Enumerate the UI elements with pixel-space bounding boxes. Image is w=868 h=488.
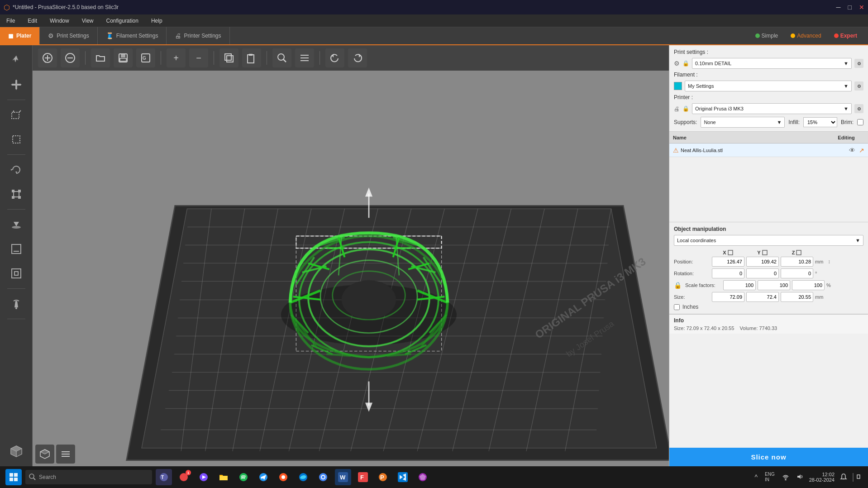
taskbar-vscode[interactable] [395, 469, 411, 485]
wifi-icon[interactable] [780, 473, 791, 482]
vp-export-gcode[interactable]: G [136, 48, 155, 67]
taskbar-explorer[interactable] [215, 469, 232, 485]
slice-button[interactable]: Slice now [669, 448, 868, 466]
inches-checkbox[interactable] [674, 304, 680, 310]
menu-window[interactable]: Window [47, 17, 72, 25]
taskbar-teams[interactable]: T [156, 469, 172, 485]
taskbar-app-gem[interactable] [415, 469, 431, 485]
system-clock[interactable]: 12:02 28-02-2024 [809, 472, 835, 483]
size-z[interactable] [781, 292, 813, 302]
svg-rect-128 [10, 473, 13, 477]
menu-help[interactable]: Help [148, 17, 165, 25]
move-tool[interactable] [5, 73, 28, 96]
mode-simple[interactable]: Simple [752, 32, 782, 40]
scale-lock-icon[interactable]: 🔒 [674, 282, 682, 289]
vp-arrange[interactable] [295, 48, 314, 67]
vp-remove-object[interactable] [61, 48, 80, 67]
scale-y[interactable] [758, 280, 790, 290]
filament-color-swatch[interactable] [674, 82, 682, 90]
clock-date: 28-02-2024 [809, 477, 835, 483]
taskbar-app-f[interactable]: F [355, 469, 371, 485]
taskbar-notifications[interactable]: 1 [176, 469, 192, 485]
rotate-tool[interactable] [5, 158, 28, 181]
print-settings-gear[interactable]: ⚙ [854, 59, 863, 68]
taskbar-chrome[interactable] [315, 469, 331, 485]
position-reset-icon[interactable]: ↕ [828, 258, 830, 265]
printer-settings-gear[interactable]: ⚙ [854, 104, 863, 113]
close-button[interactable]: ✕ [859, 4, 864, 11]
select-tool[interactable] [5, 49, 28, 72]
taskbar-word[interactable]: W [335, 469, 351, 485]
hollow-tool[interactable] [5, 262, 28, 285]
mode-advanced[interactable]: Advanced [787, 32, 825, 40]
show-desktop-icon[interactable] [853, 473, 863, 482]
print-profile-dropdown[interactable]: 0.10mm DETAIL ▼ [692, 58, 852, 69]
scale-tool[interactable] [5, 183, 28, 206]
menu-configuration[interactable]: Configuration [104, 17, 141, 25]
coordinates-dropdown[interactable]: Local coordinates ▼ [674, 235, 863, 246]
vp-add-part[interactable]: + [167, 48, 186, 67]
visibility-icon[interactable]: 👁 [849, 147, 855, 154]
rotation-x[interactable] [712, 268, 744, 278]
rotation-z[interactable] [781, 268, 813, 278]
view-3d-btn[interactable] [35, 445, 54, 464]
svg-point-142 [281, 475, 285, 479]
object-row[interactable]: ⚠ Neat Allis-Luulia.stl 👁 ↗ [669, 144, 868, 157]
filament-dropdown[interactable]: My Settings ▼ [685, 81, 852, 91]
mode-expert[interactable]: Expert [830, 32, 861, 40]
rotation-y[interactable] [746, 268, 779, 278]
viewport[interactable]: + [33, 45, 669, 466]
edit-icon[interactable]: ↗ [859, 147, 864, 154]
brim-checkbox[interactable] [857, 119, 863, 125]
view-cube-tool[interactable] [5, 440, 28, 463]
coord-arrow: ▼ [855, 238, 860, 243]
cut-tool[interactable] [5, 238, 28, 260]
minimize-button[interactable]: ─ [836, 4, 841, 11]
tab-plater[interactable]: ◼ Plater [0, 27, 40, 44]
start-button[interactable] [5, 469, 22, 485]
vp-add-object[interactable]: + [38, 48, 57, 67]
vp-open-project[interactable] [91, 48, 110, 67]
taskbar-prusaslicer[interactable]: P [375, 469, 391, 485]
filament-settings-gear[interactable]: ⚙ [854, 81, 863, 91]
volume-icon[interactable] [795, 473, 806, 482]
position-x[interactable] [712, 257, 744, 267]
select-rect2-tool[interactable] [5, 128, 28, 151]
vp-paste[interactable] [242, 48, 261, 67]
notification-bell-icon[interactable] [838, 473, 849, 482]
paint-support-tool[interactable] [5, 292, 28, 315]
vp-search[interactable] [272, 48, 291, 67]
size-x[interactable] [712, 292, 744, 302]
printer-dropdown[interactable]: Original Prusa i3 MK3 ▼ [692, 103, 852, 114]
chevron-up-icon[interactable]: ^ [753, 474, 759, 481]
vp-undo[interactable] [325, 48, 344, 67]
tab-printer-settings[interactable]: 🖨 Printer Settings [167, 27, 229, 44]
vp-subtract[interactable]: − [189, 48, 208, 67]
view-layers-btn[interactable] [56, 445, 75, 464]
menu-edit[interactable]: Edit [25, 17, 40, 25]
infill-select[interactable]: 15% 20% 30% [803, 117, 837, 127]
taskbar-telegram[interactable] [255, 469, 272, 485]
position-z[interactable] [781, 257, 813, 267]
taskbar-app-video[interactable] [196, 469, 212, 485]
tab-filament-settings[interactable]: 🧵 Filament Settings [98, 27, 167, 44]
size-y[interactable] [746, 292, 779, 302]
taskbar-launcher[interactable] [275, 469, 291, 485]
taskbar-edge[interactable] [295, 469, 311, 485]
vp-copy[interactable] [219, 48, 238, 67]
tab-print-settings[interactable]: ⚙ Print Settings [40, 27, 97, 44]
vp-redo[interactable] [348, 48, 367, 67]
supports-dropdown[interactable]: None ▼ [701, 117, 785, 128]
position-y[interactable] [746, 257, 779, 267]
vp-save-project[interactable] [114, 48, 133, 67]
menu-file[interactable]: File [4, 17, 18, 25]
maximize-button[interactable]: □ [848, 4, 852, 11]
flatten-tool[interactable] [5, 213, 28, 236]
select-rect-tool[interactable] [5, 104, 28, 126]
language-indicator[interactable]: ENGIN [763, 472, 777, 483]
menu-view[interactable]: View [79, 17, 96, 25]
taskbar-spotify[interactable] [235, 469, 252, 485]
taskbar-search[interactable]: Search [25, 470, 152, 484]
scale-x[interactable] [723, 280, 756, 290]
scale-z[interactable] [792, 280, 825, 290]
